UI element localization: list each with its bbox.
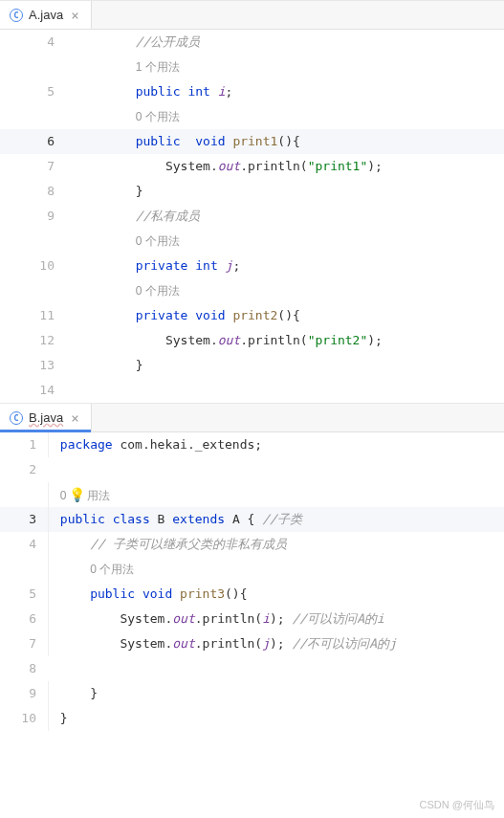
comment-text: // 子类可以继承父类的非私有成员 — [90, 537, 286, 551]
tab-a-java[interactable]: C A.java × — [0, 1, 92, 29]
tab-bar-b: C B.java × — [0, 404, 504, 432]
usage-hint: 0💡用法 — [60, 489, 110, 502]
usage-hint: 0 个用法 — [90, 563, 134, 576]
tab-b-java[interactable]: C B.java × — [0, 404, 92, 431]
editor-pane-b: C B.java × 1 package com.hekai._extends;… — [0, 403, 504, 731]
code-area-a[interactable]: 4 //公开成员 1 个用法 5 public int i; 0 个用法 6 p… — [0, 30, 504, 403]
tab-label: B.java — [29, 410, 63, 425]
bulb-icon[interactable]: 💡 — [69, 482, 85, 507]
java-class-icon: C — [10, 9, 23, 22]
usage-hint: 0 个用法 — [136, 234, 180, 248]
close-icon[interactable]: × — [69, 410, 80, 426]
usage-hint: 0 个用法 — [136, 284, 180, 298]
usage-hint: 0 个用法 — [136, 110, 180, 123]
editor-pane-a: C A.java × 4 //公开成员 1 个用法 5 public int i… — [0, 0, 504, 403]
comment-text: //私有成员 — [136, 209, 201, 223]
java-class-icon: C — [10, 411, 23, 425]
tab-label: A.java — [29, 8, 63, 22]
close-icon[interactable]: × — [69, 8, 80, 23]
usage-hint: 1 个用法 — [136, 60, 180, 74]
tab-bar-a: C A.java × — [0, 1, 504, 30]
comment-text: //公开成员 — [136, 34, 201, 49]
code-area-b[interactable]: 1 package com.hekai._extends; 2 0💡用法 3 p… — [0, 432, 504, 731]
